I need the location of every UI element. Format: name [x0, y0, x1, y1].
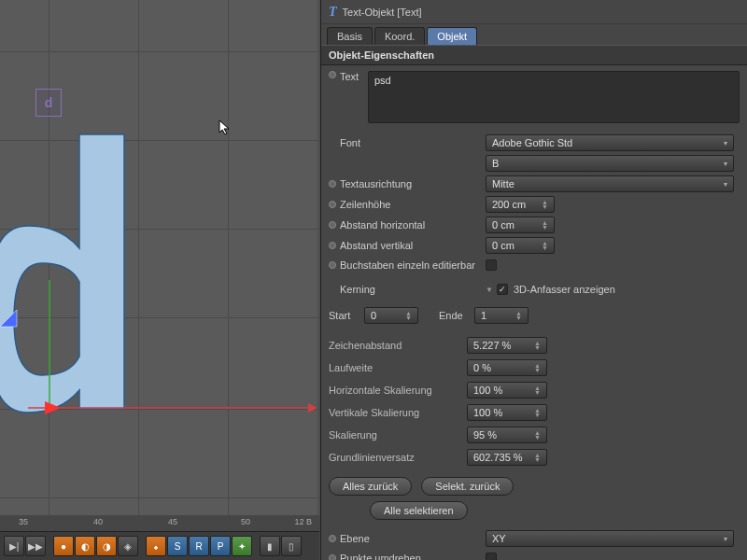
section-header: Objekt-Eigenschaften — [321, 45, 747, 65]
reverse-checkbox[interactable] — [486, 553, 497, 560]
hscale-label: Horizontale Skalierung — [329, 385, 459, 396]
svg-marker-2 — [308, 403, 317, 413]
param-bullet[interactable] — [329, 221, 336, 229]
param-bullet[interactable] — [329, 71, 336, 78]
timeline[interactable]: 35 40 45 50 12 B ▶| ▶▶ ● ◐ ◑ ◈ ⬥ S R P ✦… — [0, 515, 319, 560]
scale-label: Skalierung — [329, 429, 459, 441]
cursor-icon — [218, 119, 232, 136]
axis-origin — [0, 310, 19, 329]
plane-select[interactable]: XY▾ — [486, 530, 734, 547]
text-label: Text — [340, 71, 368, 82]
pos-key-button[interactable]: ⬥ — [146, 536, 166, 556]
end-input[interactable]: 1▲▼ — [474, 307, 529, 324]
sel-char: d — [45, 95, 53, 110]
kerning-3d-label: 3D-Anfasser anzeigen — [514, 284, 615, 295]
ruler-tick: 40 — [93, 517, 103, 526]
baseline-label: Grundlinienversatz — [329, 452, 459, 463]
hspace-input[interactable]: 0 cm▲▼ — [486, 217, 555, 233]
param-bullet[interactable] — [329, 554, 336, 560]
rot-key-button[interactable]: R — [189, 536, 209, 556]
axis-y — [45, 280, 54, 415]
autokey-button[interactable]: ◐ — [75, 536, 95, 556]
frames-label: 12 B — [294, 517, 312, 526]
record-button[interactable]: ● — [53, 536, 74, 556]
param-bullet[interactable] — [329, 242, 336, 249]
sound-button[interactable]: ▯ — [281, 536, 302, 556]
param-bullet[interactable] — [329, 180, 336, 188]
kerning-label: Kerning — [340, 284, 486, 295]
param-key-button[interactable]: P — [210, 536, 231, 556]
text-object-icon: T — [329, 5, 337, 20]
param-bullet[interactable] — [329, 535, 336, 542]
keyselection-button[interactable]: ◑ — [96, 536, 117, 556]
panel-header: T Text-Objekt [Text] — [321, 0, 747, 24]
text-input[interactable] — [368, 71, 740, 123]
reset-all-button[interactable]: Alles zurück — [329, 477, 412, 496]
next-frame-button[interactable]: ▶▶ — [25, 536, 46, 556]
hscale-input[interactable]: 100 %▲▼ — [467, 382, 547, 399]
lineheight-input[interactable]: 200 cm▲▼ — [486, 196, 555, 213]
end-label: Ende — [439, 310, 467, 321]
reset-sel-button[interactable]: Selekt. zurück — [421, 477, 514, 496]
scale-key-button[interactable]: S — [167, 536, 188, 556]
tracking-input[interactable]: 5.227 %▲▼ — [467, 337, 547, 354]
viewport-3d[interactable]: d — [0, 0, 319, 515]
ruler-tick: 50 — [241, 517, 250, 526]
vspace-input[interactable]: 0 cm▲▼ — [486, 237, 555, 254]
selection-box[interactable]: d — [35, 89, 62, 117]
ruler-tick: 35 — [19, 517, 28, 526]
start-input[interactable]: 0▲▼ — [364, 307, 418, 324]
run-label: Laufweite — [329, 362, 459, 373]
svg-marker-3 — [45, 401, 61, 414]
vscale-input[interactable]: 100 %▲▼ — [467, 404, 547, 421]
tab-objekt[interactable]: Objekt — [427, 27, 477, 45]
editable-label: Buchstaben einzeln editierbar — [340, 259, 486, 271]
lineheight-label: Zeilenhöhe — [340, 199, 486, 210]
tracking-label: Zeichenabstand — [329, 340, 459, 351]
vscale-label: Vertikale Skalierung — [329, 407, 459, 418]
param-bullet[interactable] — [329, 261, 336, 269]
editable-checkbox[interactable] — [486, 259, 497, 271]
scale-input[interactable]: 95 %▲▼ — [467, 427, 547, 443]
svg-marker-4 — [0, 310, 17, 327]
text-geometry[interactable] — [0, 133, 140, 422]
run-input[interactable]: 0 %▲▼ — [467, 359, 547, 376]
font-select[interactable]: Adobe Gothic Std▾ — [486, 134, 734, 151]
tabs: Basis Koord. Objekt — [321, 24, 747, 45]
font-label: Font — [340, 137, 486, 148]
key-options-button[interactable]: ◈ — [118, 536, 138, 556]
baseline-input[interactable]: 602.735 %▲▼ — [467, 449, 547, 466]
font-weight-select[interactable]: B▾ — [486, 155, 734, 172]
align-label: Textausrichtung — [340, 178, 486, 189]
kerning-3d-checkbox[interactable]: ✓ — [497, 284, 508, 295]
select-all-button[interactable]: Alle selektieren — [370, 501, 468, 520]
marker-button[interactable]: ▮ — [260, 536, 280, 556]
plane-label: Ebene — [340, 533, 486, 544]
ruler-tick: 45 — [168, 517, 177, 526]
panel-title: Text-Objekt [Text] — [343, 7, 422, 18]
disclosure-icon[interactable]: ▼ — [486, 286, 493, 294]
vspace-label: Abstand vertikal — [340, 240, 486, 251]
reverse-label: Punkte umdrehen — [340, 553, 486, 560]
tab-koord[interactable]: Koord. — [374, 27, 425, 45]
start-label: Start — [329, 310, 357, 321]
attribute-panel: T Text-Objekt [Text] Basis Koord. Objekt… — [320, 0, 747, 560]
param-bullet[interactable] — [329, 201, 336, 208]
hspace-label: Abstand horizontal — [340, 219, 486, 231]
timeline-ruler[interactable]: 35 40 45 50 12 B — [0, 515, 319, 532]
pla-key-button[interactable]: ✦ — [232, 536, 252, 556]
tab-basis[interactable]: Basis — [327, 27, 373, 45]
axis-x — [28, 401, 317, 414]
goto-end-button[interactable]: ▶| — [4, 536, 24, 556]
align-select[interactable]: Mitte▾ — [486, 175, 734, 192]
